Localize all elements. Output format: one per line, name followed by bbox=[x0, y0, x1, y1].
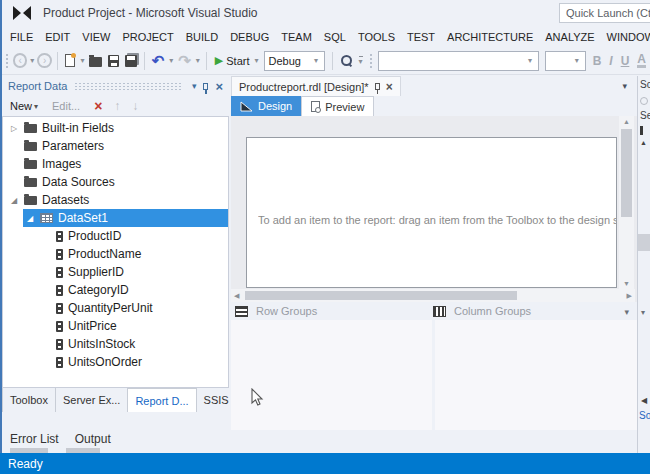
sliver-bottom-tab-fragment: So bbox=[639, 410, 650, 421]
navigate-back-dropdown-icon[interactable]: ▾ bbox=[30, 56, 34, 65]
menu-architecture[interactable]: ARCHITECTURE bbox=[441, 31, 539, 43]
toolbar-separator bbox=[206, 52, 207, 70]
row-groups-panel[interactable] bbox=[231, 320, 432, 430]
report-design-surface[interactable] bbox=[246, 137, 617, 288]
move-down-icon[interactable]: ↓ bbox=[132, 99, 138, 113]
save-icon[interactable] bbox=[108, 55, 119, 67]
menu-test[interactable]: TEST bbox=[401, 31, 441, 43]
toolbar-grip[interactable] bbox=[5, 53, 9, 69]
document-tabstrip: Productreport.rdl [Design]* × ▾ bbox=[231, 76, 637, 96]
underline-button[interactable]: U bbox=[621, 54, 630, 68]
menu-sql[interactable]: SQL bbox=[318, 31, 352, 43]
tree-item-productid[interactable]: ProductID bbox=[3, 227, 228, 245]
report-data-panel-header[interactable]: Report Data ▾ × bbox=[2, 76, 229, 96]
tree-item-parameters[interactable]: Parameters bbox=[3, 137, 228, 155]
toolbar-separator bbox=[144, 52, 145, 70]
tree-item-dataset1[interactable]: ◢DataSet1 bbox=[23, 209, 228, 227]
horizontal-scrollbar[interactable]: ◀ ▶ bbox=[231, 289, 635, 302]
edit-button[interactable]: Edit... bbox=[52, 100, 80, 112]
start-dropdown-icon[interactable]: ▾ bbox=[255, 56, 259, 65]
italic-button[interactable]: I bbox=[609, 54, 612, 68]
undo-icon[interactable]: ↶ bbox=[152, 54, 165, 68]
new-file-dropdown-icon[interactable]: ▾ bbox=[80, 56, 84, 65]
sliver-refresh-icon bbox=[640, 97, 648, 105]
panel-menu-dropdown-icon[interactable]: ▾ bbox=[192, 81, 197, 91]
groups-options-dropdown-icon[interactable]: ▾ bbox=[624, 307, 629, 317]
undo-dropdown-icon[interactable]: ▾ bbox=[169, 56, 173, 65]
tree-item-supplierid[interactable]: SupplierID bbox=[3, 263, 228, 281]
solution-explorer-sliver[interactable]: Sc Se ▲ ▾ ◀ So bbox=[637, 76, 650, 453]
close-icon[interactable]: × bbox=[215, 80, 223, 93]
pin-icon[interactable] bbox=[203, 83, 208, 90]
menu-debug[interactable]: DEBUG bbox=[224, 31, 275, 43]
menu-edit[interactable]: EDIT bbox=[39, 31, 76, 43]
menu-team[interactable]: TEAM bbox=[275, 31, 318, 43]
open-file-icon[interactable] bbox=[89, 57, 101, 67]
bold-button[interactable]: B bbox=[593, 54, 602, 68]
panel-tab-server-ex-[interactable]: Server Ex... bbox=[56, 388, 128, 412]
scroll-down-icon[interactable]: ▼ bbox=[619, 280, 634, 287]
document-close-icon[interactable]: × bbox=[386, 81, 393, 93]
start-debug-icon[interactable]: ▶ bbox=[215, 54, 223, 67]
move-up-icon[interactable]: ↑ bbox=[114, 99, 120, 113]
tree-item-data-sources[interactable]: Data Sources bbox=[3, 173, 228, 191]
bottom-tab-output[interactable]: Output bbox=[75, 432, 111, 446]
quick-launch-input[interactable]: Quick Launch (Ctr bbox=[559, 3, 650, 23]
tab-design[interactable]: Design bbox=[231, 96, 301, 116]
bottom-tab-error-list[interactable]: Error List bbox=[10, 432, 59, 446]
expander-collapsed-icon[interactable]: ▷ bbox=[11, 124, 24, 133]
column-groups-panel[interactable] bbox=[435, 320, 637, 430]
scroll-right-icon[interactable]: ▶ bbox=[627, 292, 632, 300]
start-button[interactable]: Start bbox=[226, 55, 249, 67]
tree-item-label: UnitsInStock bbox=[68, 337, 135, 351]
menu-analyze[interactable]: ANALYZE bbox=[539, 31, 600, 43]
tree-item-unitsinstock[interactable]: UnitsInStock bbox=[3, 335, 228, 353]
vertical-scrollbar[interactable]: ▲ ▼ bbox=[619, 116, 634, 289]
panel-tab-report-d-[interactable]: Report D... bbox=[128, 388, 196, 412]
font-color-button[interactable]: A bbox=[637, 54, 646, 68]
delete-icon[interactable]: × bbox=[94, 100, 102, 113]
scroll-up-icon[interactable]: ▲ bbox=[619, 118, 634, 125]
expander-expanded-icon[interactable]: ◢ bbox=[27, 214, 40, 223]
document-list-dropdown-icon[interactable]: ▾ bbox=[622, 81, 627, 91]
redo-icon[interactable]: ↷ bbox=[178, 54, 191, 68]
find-icon[interactable] bbox=[341, 55, 352, 66]
tree-item-datasets[interactable]: ◢Datasets bbox=[3, 191, 228, 209]
debug-configuration-select[interactable]: Debug ▾ bbox=[264, 51, 326, 71]
toolbar-grip[interactable] bbox=[369, 53, 373, 69]
tree-item-built-in-fields[interactable]: ▷Built-in Fields bbox=[3, 119, 228, 137]
tree-item-categoryid[interactable]: CategoryID bbox=[3, 281, 228, 299]
tab-preview[interactable]: Preview bbox=[301, 96, 374, 116]
document-tab[interactable]: Productreport.rdl [Design]* × bbox=[231, 76, 401, 96]
document-pin-icon[interactable] bbox=[375, 83, 380, 90]
scroll-left-icon[interactable]: ◀ bbox=[234, 292, 239, 300]
font-family-select[interactable]: ▾ bbox=[378, 51, 539, 71]
new-button[interactable]: New bbox=[10, 100, 32, 112]
menu-tools[interactable]: TOOLS bbox=[352, 31, 401, 43]
redo-dropdown-icon[interactable]: ▾ bbox=[196, 56, 200, 65]
new-file-icon[interactable] bbox=[65, 54, 76, 67]
field-icon bbox=[56, 231, 63, 242]
horizontal-scrollbar-thumb[interactable] bbox=[245, 291, 517, 300]
menu-view[interactable]: VIEW bbox=[76, 31, 116, 43]
save-all-icon[interactable] bbox=[125, 55, 136, 67]
mouse-cursor bbox=[251, 388, 264, 407]
menu-window[interactable]: WINDOW bbox=[601, 31, 650, 43]
tree-item-quantityperunit[interactable]: QuantityPerUnit bbox=[3, 299, 228, 317]
tree-item-unitprice[interactable]: UnitPrice bbox=[3, 317, 228, 335]
expander-expanded-icon[interactable]: ◢ bbox=[11, 196, 24, 205]
toolbar-overflow-icon[interactable]: ▾ bbox=[359, 56, 363, 66]
size-combo-dropdown-icon: ▾ bbox=[575, 56, 579, 65]
menu-file[interactable]: FILE bbox=[4, 31, 39, 43]
vertical-scrollbar-thumb[interactable] bbox=[621, 129, 632, 217]
panel-tab-toolbox[interactable]: Toolbox bbox=[2, 388, 56, 412]
navigate-back-button[interactable]: ‹ bbox=[13, 53, 28, 68]
tree-item-productname[interactable]: ProductName bbox=[3, 245, 228, 263]
menu-project[interactable]: PROJECT bbox=[116, 31, 179, 43]
tree-item-unitsonorder[interactable]: UnitsOnOrder bbox=[3, 353, 228, 371]
navigate-forward-button[interactable]: › bbox=[37, 53, 52, 68]
font-size-select[interactable]: ▾ bbox=[545, 51, 586, 71]
new-button-dropdown-icon[interactable]: ▾ bbox=[34, 102, 38, 111]
tree-item-images[interactable]: Images bbox=[3, 155, 228, 173]
menu-build[interactable]: BUILD bbox=[180, 31, 224, 43]
